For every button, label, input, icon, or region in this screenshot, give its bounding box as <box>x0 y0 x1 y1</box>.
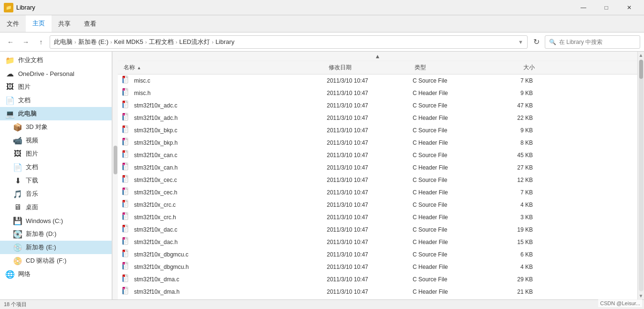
col-name-label: 名称 <box>124 64 135 72</box>
table-row[interactable]: C misc.c 2011/3/10 10:47 C Source File 7… <box>118 75 637 87</box>
table-row[interactable]: H stm32f10x_cec.h 2011/3/10 10:47 C Head… <box>118 186 637 199</box>
col-header-date[interactable]: 修改日期 <box>327 64 413 72</box>
path-part-drive[interactable]: 新加卷 (E:) <box>78 38 109 46</box>
table-row[interactable]: H stm32f10x_bkp.h 2011/3/10 10:47 C Head… <box>118 137 637 149</box>
file-name: C stm32f10x_crc.c <box>122 200 327 210</box>
search-icon: 🔍 <box>549 39 556 45</box>
file-name: C stm32f10x_dma.c <box>122 274 327 284</box>
sidebar-label: 文档 <box>18 96 31 105</box>
sidebar-item-music[interactable]: 🎵 音乐 <box>0 187 112 201</box>
search-input[interactable] <box>559 39 636 45</box>
refresh-button[interactable]: ↻ <box>530 35 543 49</box>
chevron-up-icon: ▲ <box>375 53 381 60</box>
sidebar-item-pictures2[interactable]: 🖼 图片 <box>0 147 112 160</box>
maximize-button[interactable]: □ <box>595 0 617 15</box>
file-date: 2011/3/10 10:47 <box>327 164 413 171</box>
desktop-icon: 🖥 <box>13 203 22 212</box>
table-row[interactable]: C stm32f10x_can.c 2011/3/10 10:47 C Sour… <box>118 149 637 161</box>
table-row[interactable]: C stm32f10x_cec.c 2011/3/10 10:47 C Sour… <box>118 174 637 186</box>
table-row[interactable]: C stm32f10x_dac.c 2011/3/10 10:47 C Sour… <box>118 224 637 236</box>
col-header-type[interactable]: 类型 <box>413 64 489 72</box>
sidebar-item-docs[interactable]: 📄 文档 <box>0 94 112 107</box>
content-scrollbar[interactable]: ▲ ▼ <box>637 52 644 299</box>
sidebar-item-thispc[interactable]: 💻 此电脑 <box>0 107 112 120</box>
title-bar: 📁 Library — □ ✕ <box>0 0 644 15</box>
sidebar-item-docs2[interactable]: 📄 文档 <box>0 160 112 174</box>
tab-share[interactable]: 共享 <box>52 15 77 32</box>
table-row[interactable]: H misc.h 2011/3/10 10:47 C Header File 9… <box>118 87 637 99</box>
table-row[interactable]: H stm32f10x_dma.h 2011/3/10 10:47 C Head… <box>118 286 637 298</box>
table-row[interactable]: H stm32f10x_crc.h 2011/3/10 10:47 C Head… <box>118 211 637 224</box>
col-header-size[interactable]: 大小 <box>489 64 537 72</box>
sidebar-item-zuoye[interactable]: 📁 作业文档 <box>0 53 112 67</box>
sidebar-label: 音乐 <box>26 190 38 198</box>
col-header-name[interactable]: 名称 ▲ <box>122 64 327 72</box>
table-row[interactable]: C stm32f10x_dbgmcu.c 2011/3/10 10:47 C S… <box>118 248 637 261</box>
sidebar-item-pictures[interactable]: 🖼 图片 <box>0 80 112 94</box>
file-date: 2011/3/10 10:47 <box>327 276 413 283</box>
file-size: 15 KB <box>489 239 537 245</box>
table-row[interactable]: H stm32f10x_dac.h 2011/3/10 10:47 C Head… <box>118 236 637 248</box>
sidebar-item-drivee[interactable]: 💿 新加卷 (E:) <box>0 241 112 254</box>
file-type-icon: H <box>122 162 130 172</box>
sidebar-scroll-thumb[interactable] <box>114 146 117 174</box>
sidebar-label: 作业文档 <box>18 56 43 64</box>
table-row[interactable]: C stm32f10x_crc.c 2011/3/10 10:47 C Sour… <box>118 199 637 211</box>
sidebar-item-onedrive[interactable]: ☁ OneDrive - Personal <box>0 67 112 80</box>
forward-button[interactable]: → <box>19 35 32 49</box>
file-type: C Header File <box>413 139 489 146</box>
file-name-text: stm32f10x_adc.h <box>134 115 177 121</box>
path-dropdown[interactable]: ▼ <box>518 39 523 45</box>
file-name-text: stm32f10x_can.h <box>134 164 177 171</box>
path-part-keil[interactable]: Keil MDK5 <box>114 38 143 45</box>
sidebar-item-drivef[interactable]: 📀 CD 驱动器 (F:) <box>0 254 112 267</box>
table-row[interactable]: C stm32f10x_bkp.c 2011/3/10 10:47 C Sour… <box>118 124 637 137</box>
svg-rect-107 <box>123 215 124 220</box>
table-row[interactable]: H stm32f10x_adc.h 2011/3/10 10:47 C Head… <box>118 112 637 124</box>
scroll-track[interactable] <box>639 60 644 291</box>
file-size: 9 KB <box>489 90 537 96</box>
scroll-up-indicator[interactable]: ▲ <box>118 52 637 61</box>
scroll-up-btn[interactable]: ▲ <box>638 52 644 59</box>
sidebar-label: 网络 <box>18 270 31 278</box>
drived-icon: 💽 <box>13 230 22 238</box>
path-part-library[interactable]: Library <box>216 38 235 45</box>
sidebar-item-3d[interactable]: 📦 3D 对象 <box>0 120 112 134</box>
column-headers: 名称 ▲ 修改日期 类型 大小 <box>118 61 637 75</box>
sidebar-item-network[interactable]: 🌐 网络 <box>0 267 112 281</box>
sidebar-item-video[interactable]: 📹 视频 <box>0 134 112 147</box>
file-type: C Source File <box>413 276 489 283</box>
sidebar-item-downloads[interactable]: ⬇ 下载 <box>0 174 112 187</box>
file-name-text: stm32f10x_crc.c <box>134 202 176 208</box>
address-path[interactable]: 此电脑 › 新加卷 (E:) › Keil MDK5 › 工程文档 › LED流… <box>50 35 528 49</box>
table-row[interactable]: C stm32f10x_adc.c 2011/3/10 10:47 C Sour… <box>118 99 637 112</box>
back-button[interactable]: ← <box>4 35 17 49</box>
path-part-led[interactable]: LED流水灯 <box>179 38 210 46</box>
sidebar-item-drivec[interactable]: 💾 Windows (C:) <box>0 214 112 227</box>
sidebar-scrollbar[interactable] <box>112 52 118 299</box>
file-date: 2011/3/10 10:47 <box>327 139 413 146</box>
scroll-down-btn[interactable]: ▼ <box>638 292 644 299</box>
downloads-icon: ⬇ <box>13 176 22 185</box>
close-button[interactable]: ✕ <box>618 0 640 15</box>
c-header-icon: H <box>122 187 130 196</box>
sidebar-label: 视频 <box>26 136 38 145</box>
tab-file[interactable]: 文件 <box>0 15 26 32</box>
tab-home[interactable]: 主页 <box>26 15 52 32</box>
file-name: C stm32f10x_can.c <box>122 150 327 160</box>
sidebar-item-desktop[interactable]: 🖥 桌面 <box>0 201 112 214</box>
scroll-thumb[interactable] <box>639 60 643 79</box>
table-row[interactable]: H stm32f10x_dbgmcu.h 2011/3/10 10:47 C H… <box>118 261 637 273</box>
sidebar-item-drived[interactable]: 💽 新加卷 (D:) <box>0 227 112 241</box>
file-size: 45 KB <box>489 152 537 159</box>
up-button[interactable]: ↑ <box>34 35 48 49</box>
table-row[interactable]: C stm32f10x_dma.c 2011/3/10 10:47 C Sour… <box>118 273 637 286</box>
minimize-button[interactable]: — <box>572 0 594 15</box>
tab-view[interactable]: 查看 <box>77 15 103 32</box>
path-part-thispc[interactable]: 此电脑 <box>54 38 73 46</box>
path-part-docs[interactable]: 工程文档 <box>149 38 174 46</box>
table-row[interactable]: H stm32f10x_can.h 2011/3/10 10:47 C Head… <box>118 161 637 174</box>
file-name-text: stm32f10x_bkp.h <box>134 139 177 146</box>
sidebar-label: 图片 <box>18 83 31 91</box>
search-box[interactable]: 🔍 <box>545 35 640 49</box>
